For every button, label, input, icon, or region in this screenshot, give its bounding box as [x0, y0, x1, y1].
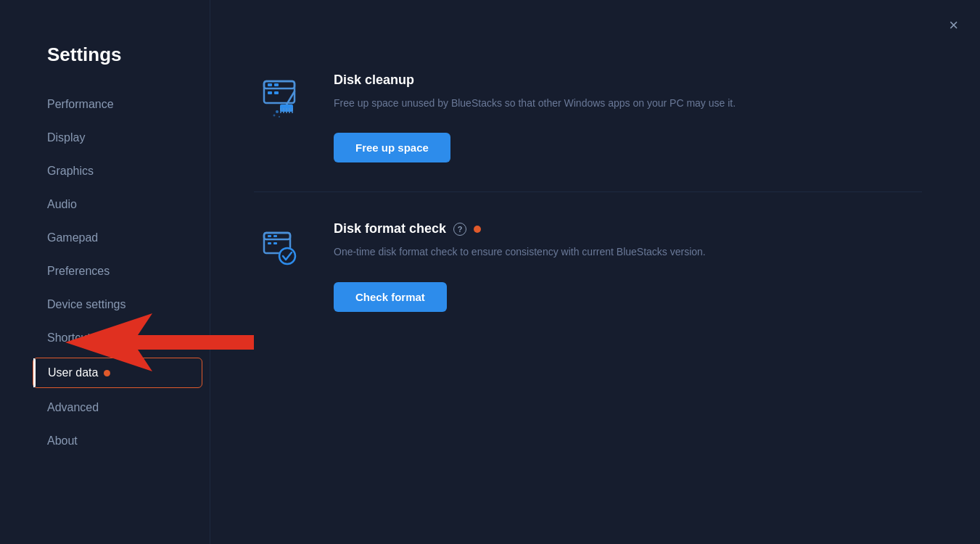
disk-cleanup-title-text: Disk cleanup [334, 73, 414, 88]
user-data-badge [104, 370, 110, 376]
disk-cleanup-description: Free up space unused by BlueStacks so th… [334, 95, 769, 111]
sidebar-item-preferences[interactable]: Preferences [0, 255, 210, 288]
sidebar-item-performance[interactable]: Performance [0, 88, 210, 121]
sidebar-item-user-data[interactable]: User data [33, 358, 202, 388]
sidebar: Settings Performance Display Graphics Au… [0, 0, 210, 544]
sidebar-item-display[interactable]: Display [0, 121, 210, 154]
sidebar-item-label: About [47, 434, 78, 448]
sidebar-item-label: Performance [47, 98, 114, 111]
sidebar-item-label: Advanced [47, 401, 99, 414]
disk-format-info: Disk format check ? One-time disk format… [334, 221, 922, 311]
sidebar-item-shortcuts[interactable]: Shortcuts [0, 321, 210, 355]
sidebar-item-label: Device settings [47, 298, 126, 311]
sidebar-item-label: User data [48, 366, 98, 379]
sidebar-item-label: Graphics [47, 165, 94, 178]
sidebar-item-label: Preferences [47, 265, 110, 278]
sidebar-item-label: Gamepad [47, 231, 98, 244]
svg-point-14 [276, 110, 279, 113]
sidebar-item-label: Display [47, 131, 85, 144]
sidebar-item-about[interactable]: About [0, 424, 210, 458]
free-up-space-button[interactable]: Free up space [334, 133, 450, 162]
disk-cleanup-icon [254, 73, 305, 123]
sidebar-item-advanced[interactable]: Advanced [0, 391, 210, 424]
svg-rect-6 [274, 91, 279, 94]
svg-rect-19 [268, 235, 271, 237]
disk-format-description: One-time disk format check to ensure con… [334, 244, 769, 260]
sidebar-item-gamepad[interactable]: Gamepad [0, 221, 210, 255]
svg-rect-21 [268, 242, 271, 244]
sidebar-item-graphics[interactable]: Graphics [0, 154, 210, 188]
disk-cleanup-info: Disk cleanup Free up space unused by Blu… [334, 73, 922, 162]
disk-cleanup-section: Disk cleanup Free up space unused by Blu… [254, 44, 922, 192]
sidebar-nav: Performance Display Graphics Audio Gamep… [0, 88, 210, 458]
sidebar-item-audio[interactable]: Audio [0, 188, 210, 221]
disk-format-title-text: Disk format check [334, 221, 446, 236]
svg-point-16 [279, 116, 280, 118]
svg-rect-20 [273, 235, 277, 237]
svg-rect-4 [274, 83, 279, 86]
svg-rect-5 [268, 91, 272, 94]
sidebar-item-label: Audio [47, 198, 77, 211]
disk-cleanup-title: Disk cleanup [334, 73, 922, 88]
disk-format-icon [254, 221, 305, 272]
disk-format-title: Disk format check ? [334, 221, 922, 236]
status-dot [474, 226, 481, 233]
svg-rect-3 [268, 83, 272, 86]
sidebar-item-label: Shortcuts [47, 331, 96, 345]
settings-container: × Settings Performance Display Graphics … [0, 0, 980, 544]
settings-title: Settings [0, 44, 210, 88]
close-button[interactable]: × [949, 17, 958, 33]
question-icon[interactable]: ? [453, 223, 466, 236]
svg-rect-22 [273, 242, 277, 244]
disk-format-section: Disk format check ? One-time disk format… [254, 192, 922, 340]
check-format-button[interactable]: Check format [334, 282, 447, 312]
svg-point-15 [273, 115, 276, 117]
sidebar-item-device-settings[interactable]: Device settings [0, 288, 210, 321]
main-content: Disk cleanup Free up space unused by Blu… [210, 0, 980, 544]
